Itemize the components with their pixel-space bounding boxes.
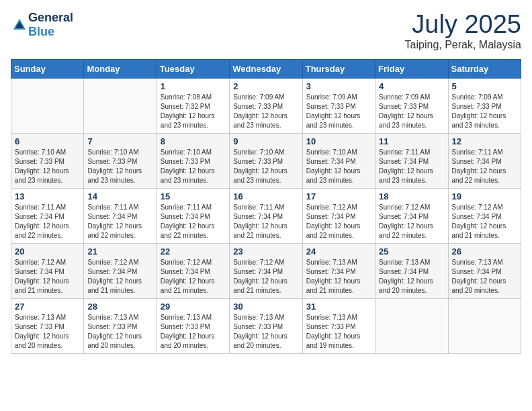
day-number: 17 — [306, 191, 371, 201]
weekday-header-sunday: Sunday — [11, 59, 84, 78]
calendar-day-cell: 25Sunrise: 7:13 AM Sunset: 7:34 PM Dayli… — [375, 243, 448, 298]
day-number: 13 — [15, 191, 80, 201]
day-info: Sunrise: 7:13 AM Sunset: 7:34 PM Dayligh… — [452, 258, 517, 295]
day-info: Sunrise: 7:11 AM Sunset: 7:34 PM Dayligh… — [379, 148, 444, 185]
day-info: Sunrise: 7:12 AM Sunset: 7:34 PM Dayligh… — [161, 258, 226, 295]
calendar-day-cell: 22Sunrise: 7:12 AM Sunset: 7:34 PM Dayli… — [157, 243, 229, 298]
day-info: Sunrise: 7:11 AM Sunset: 7:34 PM Dayligh… — [87, 203, 152, 240]
calendar-day-cell: 5Sunrise: 7:09 AM Sunset: 7:33 PM Daylig… — [448, 78, 521, 133]
day-number: 9 — [233, 136, 298, 146]
calendar-day-cell: 21Sunrise: 7:12 AM Sunset: 7:34 PM Dayli… — [84, 243, 157, 298]
day-number: 21 — [87, 246, 152, 257]
calendar-day-cell: 4Sunrise: 7:09 AM Sunset: 7:33 PM Daylig… — [375, 78, 448, 133]
day-info: Sunrise: 7:10 AM Sunset: 7:33 PM Dayligh… — [15, 148, 80, 185]
page-header: General Blue July 2025 Taiping, Perak, M… — [11, 11, 521, 51]
calendar-day-cell: 26Sunrise: 7:13 AM Sunset: 7:34 PM Dayli… — [448, 243, 521, 298]
calendar-day-cell: 18Sunrise: 7:12 AM Sunset: 7:34 PM Dayli… — [375, 188, 448, 243]
day-info: Sunrise: 7:12 AM Sunset: 7:34 PM Dayligh… — [306, 203, 371, 240]
day-number: 8 — [161, 136, 226, 146]
calendar-day-cell: 16Sunrise: 7:11 AM Sunset: 7:34 PM Dayli… — [230, 188, 302, 243]
day-number: 28 — [87, 302, 152, 312]
calendar-empty-cell — [84, 78, 157, 133]
day-info: Sunrise: 7:09 AM Sunset: 7:33 PM Dayligh… — [233, 93, 298, 130]
logo-blue-text: Blue — [28, 25, 54, 38]
day-number: 2 — [233, 81, 298, 91]
calendar-day-cell: 9Sunrise: 7:10 AM Sunset: 7:33 PM Daylig… — [230, 133, 302, 188]
calendar-empty-cell — [448, 298, 521, 353]
day-info: Sunrise: 7:13 AM Sunset: 7:33 PM Dayligh… — [233, 313, 298, 351]
day-info: Sunrise: 7:13 AM Sunset: 7:34 PM Dayligh… — [306, 258, 371, 295]
day-number: 1 — [161, 81, 226, 91]
calendar-day-cell: 10Sunrise: 7:10 AM Sunset: 7:34 PM Dayli… — [302, 133, 375, 188]
day-number: 29 — [161, 302, 226, 312]
day-info: Sunrise: 7:08 AM Sunset: 7:32 PM Dayligh… — [161, 93, 226, 130]
weekday-header-thursday: Thursday — [302, 59, 375, 78]
day-info: Sunrise: 7:13 AM Sunset: 7:33 PM Dayligh… — [87, 313, 152, 351]
calendar-day-cell: 20Sunrise: 7:12 AM Sunset: 7:34 PM Dayli… — [11, 243, 84, 298]
weekday-header-row: SundayMondayTuesdayWednesdayThursdayFrid… — [11, 59, 521, 78]
day-number: 11 — [379, 136, 444, 146]
day-info: Sunrise: 7:11 AM Sunset: 7:34 PM Dayligh… — [15, 203, 80, 240]
calendar-day-cell: 23Sunrise: 7:12 AM Sunset: 7:34 PM Dayli… — [230, 243, 302, 298]
calendar-day-cell: 2Sunrise: 7:09 AM Sunset: 7:33 PM Daylig… — [230, 78, 302, 133]
day-number: 24 — [306, 246, 371, 257]
calendar-empty-cell — [375, 298, 448, 353]
day-number: 26 — [452, 246, 517, 257]
weekday-header-saturday: Saturday — [448, 59, 521, 78]
calendar-table: SundayMondayTuesdayWednesdayThursdayFrid… — [11, 59, 521, 354]
day-number: 23 — [233, 246, 298, 257]
day-info: Sunrise: 7:12 AM Sunset: 7:34 PM Dayligh… — [87, 258, 152, 295]
day-number: 18 — [379, 191, 444, 201]
logo: General Blue — [11, 11, 73, 39]
day-info: Sunrise: 7:12 AM Sunset: 7:34 PM Dayligh… — [452, 203, 517, 240]
day-info: Sunrise: 7:10 AM Sunset: 7:33 PM Dayligh… — [233, 148, 298, 185]
calendar-day-cell: 28Sunrise: 7:13 AM Sunset: 7:33 PM Dayli… — [84, 298, 157, 353]
location-title: Taiping, Perak, Malaysia — [405, 39, 521, 51]
day-info: Sunrise: 7:11 AM Sunset: 7:34 PM Dayligh… — [233, 203, 298, 240]
calendar-week-row: 13Sunrise: 7:11 AM Sunset: 7:34 PM Dayli… — [11, 188, 521, 243]
day-number: 20 — [15, 246, 80, 257]
day-number: 6 — [15, 136, 80, 146]
calendar-day-cell: 14Sunrise: 7:11 AM Sunset: 7:34 PM Dayli… — [84, 188, 157, 243]
day-info: Sunrise: 7:09 AM Sunset: 7:33 PM Dayligh… — [452, 93, 517, 130]
day-number: 31 — [306, 302, 371, 312]
weekday-header-wednesday: Wednesday — [230, 59, 302, 78]
day-info: Sunrise: 7:10 AM Sunset: 7:34 PM Dayligh… — [306, 148, 371, 185]
title-block: July 2025 Taiping, Perak, Malaysia — [405, 11, 521, 51]
calendar-day-cell: 15Sunrise: 7:11 AM Sunset: 7:34 PM Dayli… — [157, 188, 229, 243]
calendar-day-cell: 11Sunrise: 7:11 AM Sunset: 7:34 PM Dayli… — [375, 133, 448, 188]
day-info: Sunrise: 7:10 AM Sunset: 7:33 PM Dayligh… — [87, 148, 152, 185]
calendar-day-cell: 6Sunrise: 7:10 AM Sunset: 7:33 PM Daylig… — [11, 133, 84, 188]
calendar-day-cell: 3Sunrise: 7:09 AM Sunset: 7:33 PM Daylig… — [302, 78, 375, 133]
weekday-header-tuesday: Tuesday — [157, 59, 229, 78]
calendar-day-cell: 17Sunrise: 7:12 AM Sunset: 7:34 PM Dayli… — [302, 188, 375, 243]
calendar-day-cell: 29Sunrise: 7:13 AM Sunset: 7:33 PM Dayli… — [157, 298, 229, 353]
weekday-header-friday: Friday — [375, 59, 448, 78]
calendar-empty-cell — [11, 78, 84, 133]
day-info: Sunrise: 7:12 AM Sunset: 7:34 PM Dayligh… — [379, 203, 444, 240]
day-info: Sunrise: 7:10 AM Sunset: 7:33 PM Dayligh… — [161, 148, 226, 185]
day-info: Sunrise: 7:11 AM Sunset: 7:34 PM Dayligh… — [161, 203, 226, 240]
day-info: Sunrise: 7:12 AM Sunset: 7:34 PM Dayligh… — [233, 258, 298, 295]
day-info: Sunrise: 7:09 AM Sunset: 7:33 PM Dayligh… — [306, 93, 371, 130]
day-number: 3 — [306, 81, 371, 91]
calendar-day-cell: 19Sunrise: 7:12 AM Sunset: 7:34 PM Dayli… — [448, 188, 521, 243]
day-info: Sunrise: 7:11 AM Sunset: 7:34 PM Dayligh… — [452, 148, 517, 185]
logo-general-text: General — [28, 11, 73, 24]
day-number: 30 — [233, 302, 298, 312]
day-info: Sunrise: 7:13 AM Sunset: 7:33 PM Dayligh… — [15, 313, 80, 351]
calendar-day-cell: 1Sunrise: 7:08 AM Sunset: 7:32 PM Daylig… — [157, 78, 229, 133]
day-info: Sunrise: 7:13 AM Sunset: 7:34 PM Dayligh… — [379, 258, 444, 295]
month-title: July 2025 — [405, 11, 521, 39]
day-info: Sunrise: 7:13 AM Sunset: 7:33 PM Dayligh… — [306, 313, 371, 351]
calendar-day-cell: 31Sunrise: 7:13 AM Sunset: 7:33 PM Dayli… — [302, 298, 375, 353]
day-info: Sunrise: 7:12 AM Sunset: 7:34 PM Dayligh… — [15, 258, 80, 295]
logo-icon — [12, 17, 27, 32]
calendar-day-cell: 8Sunrise: 7:10 AM Sunset: 7:33 PM Daylig… — [157, 133, 229, 188]
day-number: 4 — [379, 81, 444, 91]
calendar-week-row: 6Sunrise: 7:10 AM Sunset: 7:33 PM Daylig… — [11, 133, 521, 188]
calendar-week-row: 20Sunrise: 7:12 AM Sunset: 7:34 PM Dayli… — [11, 243, 521, 298]
day-number: 10 — [306, 136, 371, 146]
day-number: 12 — [452, 136, 517, 146]
day-number: 19 — [452, 191, 517, 201]
